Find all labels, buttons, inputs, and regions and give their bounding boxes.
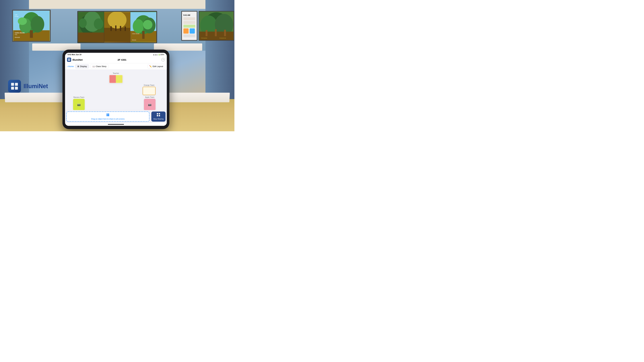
orange-team-label: Orange Team: [144, 84, 154, 86]
app-header: IllumiNet 2F #201 ?: [65, 56, 167, 63]
svg-point-16: [79, 18, 87, 28]
stop-sharing-icon: [157, 113, 160, 117]
svg-rect-58: [68, 60, 69, 61]
svg-rect-41: [184, 34, 195, 37]
orange-team-group: Orange Team: [143, 84, 156, 95]
stop-sharing-button[interactable]: Stop Sharing: [151, 111, 166, 122]
svg-rect-66: [157, 115, 158, 116]
banana-card-icon: 📷: [77, 103, 81, 106]
tablet-screen: 9:41 Mon Jun 10 ▲▲▲ 🔋100% IllumiNet 2F #…: [65, 53, 167, 126]
status-bar: 9:41 Mon Jun 10 ▲▲▲ 🔋100%: [65, 53, 167, 56]
svg-point-17: [94, 18, 103, 29]
svg-rect-15: [78, 32, 104, 42]
svg-rect-67: [159, 115, 160, 116]
svg-rect-64: [157, 113, 158, 114]
svg-rect-52: [11, 83, 14, 86]
teacher-label: Teacher: [113, 72, 119, 74]
app-title: IllumiNet: [72, 58, 82, 61]
svg-point-6: [18, 17, 27, 25]
svg-text:energy: energy: [15, 15, 18, 17]
stop-sharing-text: Stop Sharing: [153, 118, 164, 120]
logo-icon: [8, 80, 21, 93]
svg-rect-54: [11, 87, 14, 90]
nav-bar: ‹ Home 🖥 Display 📖 Class Story ✏️ Edit L…: [65, 63, 167, 70]
ceiling: [0, 0, 234, 9]
illuminet-logo-area: IllumiNet: [8, 80, 48, 93]
svg-rect-48: [215, 29, 216, 36]
orange-team-card[interactable]: [143, 87, 156, 95]
teacher-card[interactable]: [109, 75, 123, 83]
edit-layout-label: Edit Layout: [153, 65, 163, 67]
svg-rect-38: [184, 25, 195, 28]
screen-right-area: 9:41 AM Chloroplast Endodermis: [181, 11, 234, 42]
svg-rect-21: [110, 26, 112, 31]
logo-icon-svg: [10, 82, 18, 90]
svg-rect-5: [30, 30, 33, 38]
svg-rect-62: [106, 115, 108, 116]
svg-rect-61: [108, 114, 109, 115]
screen-panel-3: Carbon dioxide Minerals: [130, 12, 156, 42]
drop-zone[interactable]: Drag an object here to share to all scre…: [66, 111, 150, 122]
screen-panel-1: [78, 12, 104, 42]
svg-rect-40: [190, 28, 195, 34]
svg-rect-57: [69, 58, 70, 59]
svg-rect-56: [68, 58, 69, 59]
svg-text:Minerals: Minerals: [15, 36, 20, 38]
svg-rect-36: [184, 17, 195, 20]
screen-left-plant: Carbon dioxide CO₂ Light energy Minerals: [13, 11, 50, 41]
room-label: 2F #201: [118, 58, 126, 61]
tab-display-label: Display: [80, 65, 87, 67]
app-icon-svg: [68, 58, 70, 61]
status-icons: ▲▲▲ 🔋100%: [153, 54, 164, 55]
home-bar: [65, 123, 167, 126]
svg-rect-47: [206, 30, 207, 36]
edit-layout-icon: ✏️: [149, 65, 152, 67]
screen-center-content: Carbon dioxide Minerals: [78, 12, 156, 42]
teacher-group: Teacher: [109, 72, 123, 83]
svg-point-28: [133, 19, 144, 33]
svg-rect-60: [106, 114, 108, 115]
svg-point-20: [108, 12, 126, 29]
back-button[interactable]: ‹ Home: [67, 65, 74, 67]
app-icon-small: [67, 58, 71, 62]
screen-center: Carbon dioxide Minerals: [77, 11, 157, 43]
screen-left-content: Carbon dioxide CO₂ Light energy Minerals: [13, 11, 50, 41]
table-front-left: [5, 93, 73, 102]
svg-point-31: [143, 20, 152, 29]
svg-rect-63: [108, 115, 109, 116]
table-back-right: [154, 43, 202, 51]
tab-class-story-label: Class Story: [96, 65, 106, 67]
screen-right-2: Chloroplast Endodermis: [199, 11, 234, 41]
banana-team-card[interactable]: 📷: [73, 99, 85, 110]
svg-text:Endodermis: Endodermis: [220, 37, 226, 39]
tab-class-story[interactable]: 📖 Class Story: [90, 64, 108, 68]
tab-display[interactable]: 🖥 Display: [75, 64, 89, 68]
svg-text:Light: Light: [15, 14, 18, 15]
table-front-right: [162, 93, 230, 102]
screen-right-1: 9:41 AM: [181, 11, 198, 41]
screen-panel-2: [104, 12, 130, 42]
apple-team-card[interactable]: 📷: [144, 99, 156, 110]
svg-rect-55: [15, 87, 18, 90]
svg-rect-22: [115, 25, 116, 31]
svg-rect-39: [184, 28, 188, 34]
banana-team-label: Banana Team: [74, 96, 84, 98]
tablet-frame: 9:41 Mon Jun 10 ▲▲▲ 🔋100% IllumiNet 2F #…: [63, 50, 169, 129]
svg-rect-37: [184, 21, 195, 24]
back-chevron-icon: ‹: [67, 65, 68, 67]
logo-text: IllumiNet: [24, 83, 48, 90]
help-button[interactable]: ?: [161, 58, 165, 61]
apple-card-icon: 📷: [148, 103, 152, 106]
banana-team-group: Banana Team 📷: [73, 96, 85, 110]
screen-left: Carbon dioxide CO₂ Light energy Minerals: [12, 10, 51, 42]
drop-zone-text: Drag an object here to share to all scre…: [91, 118, 124, 120]
home-bar-indicator: [108, 124, 124, 125]
svg-text:Carbon dioxide: Carbon dioxide: [132, 33, 139, 34]
svg-rect-59: [69, 60, 70, 61]
display-icon: 🖥: [77, 65, 79, 67]
drop-zone-bar: Drag an object here to share to all scre…: [65, 110, 167, 123]
status-time: 9:41 Mon Jun 10: [68, 53, 82, 55]
edit-layout-button[interactable]: ✏️ Edit Layout: [148, 64, 165, 68]
app-header-left: IllumiNet: [67, 58, 82, 62]
drop-zone-icon: [106, 113, 110, 117]
